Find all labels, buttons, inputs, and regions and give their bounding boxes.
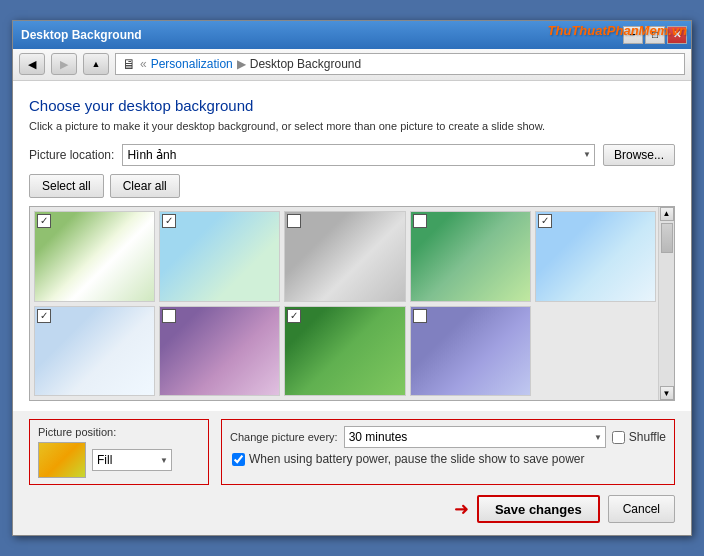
scroll-up-button[interactable]: ▲ [660,207,674,221]
breadcrumb-icon: 🖥 [122,56,136,72]
image-grid-container: ✓✓✓✓✓ ▲ ▼ [29,206,675,402]
image-checkbox-6[interactable]: ✓ [37,309,51,323]
image-checkbox-2[interactable]: ✓ [162,214,176,228]
shuffle-row: Shuffle [612,430,666,444]
image-thumb-7 [160,307,279,396]
forward-button[interactable]: ▶ [51,53,77,75]
image-checkbox-9[interactable] [413,309,427,323]
image-cell-2[interactable]: ✓ [159,211,280,302]
shuffle-label: Shuffle [629,430,666,444]
image-cell-6[interactable]: ✓ [34,306,155,397]
image-cell-1[interactable]: ✓ [34,211,155,302]
arrow-indicator: ➜ [454,498,469,520]
image-grid: ✓✓✓✓✓ [34,211,656,397]
scrollbar[interactable]: ▲ ▼ [658,207,674,401]
bottom-buttons: ➜ Save changes Cancel [29,495,675,523]
breadcrumb-current: Desktop Background [250,57,361,71]
breadcrumb-separator-1: « [140,57,147,71]
picture-location-wrapper: Hình ảnh [122,144,595,166]
image-checkbox-5[interactable]: ✓ [538,214,552,228]
image-thumb-9 [411,307,530,396]
image-thumb-3 [285,212,404,301]
select-all-button[interactable]: Select all [29,174,104,198]
subtitle: Click a picture to make it your desktop … [29,120,675,132]
picture-location-row: Picture location: Hình ảnh Browse... [29,144,675,166]
image-thumb-2 [160,212,279,301]
main-window: Desktop Background − □ ✕ ThuThuatPhanMem… [12,20,692,537]
battery-checkbox[interactable] [232,453,245,466]
image-thumb-6 [35,307,154,396]
picture-location-label: Picture location: [29,148,114,162]
fill-select[interactable]: Fill Fit Stretch Tile Center [92,449,172,471]
picture-thumbnail [38,442,86,478]
save-button[interactable]: Save changes [477,495,600,523]
picture-position-label: Picture position: [38,426,200,438]
image-cell-7[interactable] [159,306,280,397]
nav-bar: ◀ ▶ ▲ 🖥 « Personalization ▶ Desktop Back… [13,49,691,81]
browse-button[interactable]: Browse... [603,144,675,166]
battery-row: When using battery power, pause the slid… [230,452,666,466]
page-title: Choose your desktop background [29,97,675,114]
breadcrumb: 🖥 « Personalization ▶ Desktop Background [115,53,685,75]
image-thumb-4 [411,212,530,301]
image-thumb-5 [536,212,655,301]
change-picture-label: Change picture every: [230,431,338,443]
image-thumb-1 [35,212,154,301]
image-checkbox-3[interactable] [287,214,301,228]
window-title: Desktop Background [21,28,142,42]
fill-select-wrapper: Fill Fit Stretch Tile Center [92,449,172,471]
image-cell-4[interactable] [410,211,531,302]
image-checkbox-4[interactable] [413,214,427,228]
shuffle-checkbox[interactable] [612,431,625,444]
image-thumb-8 [285,307,404,396]
picture-position-inner: Fill Fit Stretch Tile Center [38,442,200,478]
breadcrumb-arrow: ▶ [237,57,246,71]
bottom-panels: Picture position: Fill Fit Stretch Tile … [29,419,675,485]
image-checkbox-7[interactable] [162,309,176,323]
image-cell-5[interactable]: ✓ [535,211,656,302]
image-checkbox-8[interactable]: ✓ [287,309,301,323]
cancel-button[interactable]: Cancel [608,495,675,523]
scroll-down-button[interactable]: ▼ [660,386,674,400]
interval-select-wrapper: 30 minutes 1 minute 10 minutes 1 hour 6 … [344,426,606,448]
image-checkbox-1[interactable]: ✓ [37,214,51,228]
clear-all-button[interactable]: Clear all [110,174,180,198]
picture-location-select[interactable]: Hình ảnh [122,144,595,166]
select-clear-row: Select all Clear all [29,174,675,198]
back-button[interactable]: ◀ [19,53,45,75]
bottom-section: Picture position: Fill Fit Stretch Tile … [13,411,691,535]
image-cell-9[interactable] [410,306,531,397]
up-button[interactable]: ▲ [83,53,109,75]
picture-position-panel: Picture position: Fill Fit Stretch Tile … [29,419,209,485]
image-cell-8[interactable]: ✓ [284,306,405,397]
interval-select[interactable]: 30 minutes 1 minute 10 minutes 1 hour 6 … [344,426,606,448]
change-picture-row: Change picture every: 30 minutes 1 minut… [230,426,666,448]
scroll-thumb[interactable] [661,223,673,253]
image-cell-3[interactable] [284,211,405,302]
watermark: ThuThuatPhanMem.vn [548,23,687,38]
battery-label: When using battery power, pause the slid… [249,452,585,466]
change-picture-panel: Change picture every: 30 minutes 1 minut… [221,419,675,485]
breadcrumb-parent[interactable]: Personalization [151,57,233,71]
content-area: Choose your desktop background Click a p… [13,81,691,412]
